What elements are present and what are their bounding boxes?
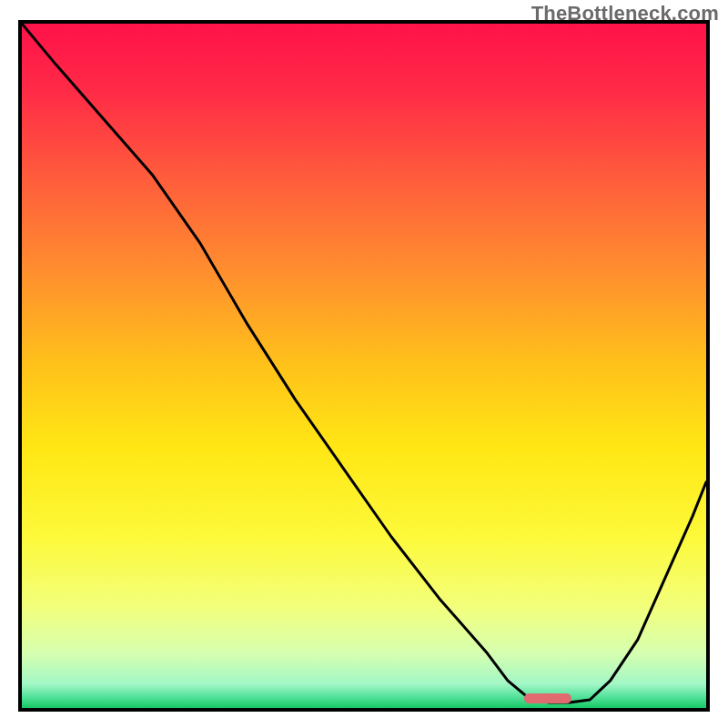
watermark-text: TheBottleneck.com [531, 2, 719, 25]
curve-path [22, 24, 706, 703]
bottleneck-curve [22, 24, 706, 708]
bottleneck-marker [524, 693, 571, 703]
chart-frame [18, 20, 710, 712]
